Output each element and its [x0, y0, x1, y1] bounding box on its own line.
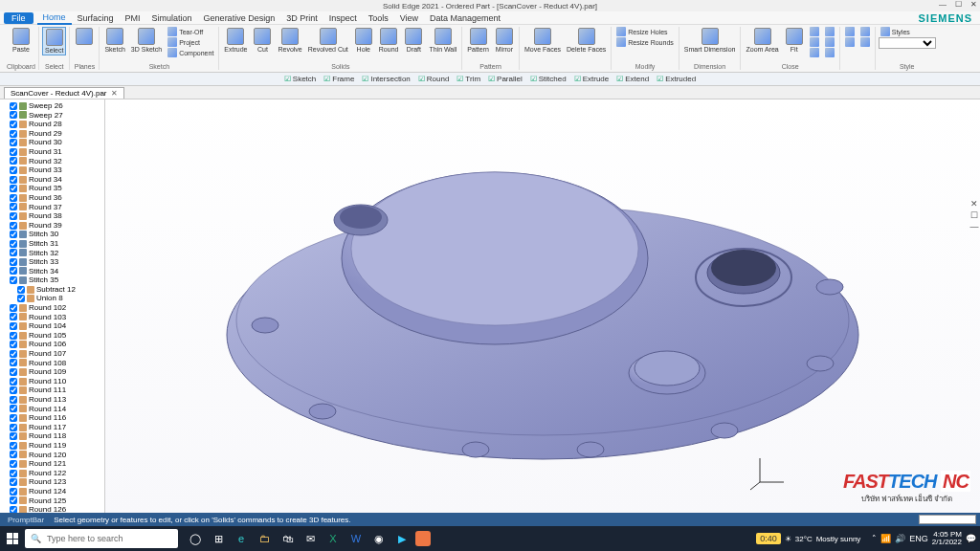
- doc-tab[interactable]: ScanCover - Reduct 4V).par ✕: [4, 87, 124, 99]
- resizerounds-button[interactable]: Resize Rounds: [614, 37, 675, 47]
- taskbar-clock[interactable]: 4:05 PM 2/1/2022: [932, 531, 962, 546]
- tree-item[interactable]: Round 118: [2, 431, 102, 441]
- cortana-icon[interactable]: ◯: [186, 529, 205, 548]
- tree-item[interactable]: Subtract 12: [2, 285, 102, 295]
- start-button[interactable]: [0, 526, 25, 551]
- maximize-button[interactable]: ☐: [953, 0, 963, 9]
- excel-icon[interactable]: X: [323, 529, 343, 548]
- tree-item[interactable]: Stitch 32: [2, 249, 102, 258]
- component-button[interactable]: Component: [166, 48, 215, 57]
- tree-item[interactable]: Round 29: [2, 129, 102, 139]
- tree-item[interactable]: Round 31: [2, 147, 102, 157]
- tree-item[interactable]: Sweep 26: [2, 101, 102, 111]
- tree-item[interactable]: Stitch 35: [2, 276, 102, 285]
- tree-item[interactable]: Round 109: [2, 367, 102, 377]
- cut-button[interactable]: Cut: [251, 27, 274, 54]
- tree-item[interactable]: Round 113: [2, 395, 102, 405]
- filter-trim[interactable]: Trim: [457, 75, 480, 83]
- taskbar-search[interactable]: 🔍 Type here to search: [25, 529, 178, 548]
- tab-home[interactable]: Home: [37, 11, 72, 25]
- tab-generative[interactable]: Generative Design: [198, 12, 281, 24]
- tree-item[interactable]: Round 116: [2, 413, 102, 423]
- zoomarea-button[interactable]: Zoom Area: [744, 27, 780, 54]
- file-menu[interactable]: File: [4, 12, 33, 24]
- tree-item[interactable]: Round 28: [2, 120, 102, 129]
- tree-item[interactable]: Round 114: [2, 405, 102, 414]
- tray-network-icon[interactable]: 📶: [880, 534, 891, 543]
- revolve-button[interactable]: Revolve: [276, 27, 303, 54]
- tearoff-button[interactable]: Tear-Off: [166, 27, 215, 36]
- tree-item[interactable]: Sweep 27: [2, 111, 102, 121]
- part-model[interactable]: [208, 134, 878, 478]
- filter-parallel[interactable]: Parallel: [488, 75, 523, 83]
- tree-item[interactable]: Round 37: [2, 203, 102, 212]
- tree-item[interactable]: Round 30: [2, 138, 102, 147]
- tree-item[interactable]: Round 108: [2, 359, 102, 368]
- app-icon[interactable]: [415, 531, 431, 546]
- draft-button[interactable]: Draft: [402, 27, 425, 54]
- tab-3dprint[interactable]: 3D Print: [280, 12, 323, 24]
- sketch3d-button[interactable]: 3D Sketch: [129, 27, 164, 54]
- command-input[interactable]: [919, 515, 976, 524]
- filter-stitched[interactable]: Stitched: [530, 75, 567, 83]
- tab-simulation[interactable]: Simulation: [146, 12, 198, 24]
- tab-surfacing[interactable]: Surfacing: [72, 12, 120, 24]
- fit-button[interactable]: Fit: [783, 27, 806, 54]
- tree-item[interactable]: Round 124: [2, 487, 102, 496]
- select-button[interactable]: Select: [42, 27, 66, 55]
- solidedge-icon[interactable]: ▶: [392, 529, 412, 548]
- edge-icon[interactable]: e: [232, 529, 251, 548]
- tree-item[interactable]: Round 105: [2, 331, 102, 341]
- tab-inspect[interactable]: Inspect: [323, 12, 363, 24]
- tab-pmi[interactable]: PMI: [120, 12, 146, 24]
- doc-tab-close[interactable]: ✕: [111, 89, 118, 98]
- hole-button[interactable]: Hole: [352, 27, 375, 54]
- tray-volume-icon[interactable]: 🔊: [895, 534, 905, 543]
- tree-item[interactable]: Round 106: [2, 340, 102, 349]
- tree-item[interactable]: Round 122: [2, 469, 102, 478]
- tree-item[interactable]: Round 33: [2, 165, 102, 175]
- tree-item[interactable]: Round 36: [2, 193, 102, 203]
- style-select[interactable]: [879, 37, 936, 49]
- tree-item[interactable]: Round 38: [2, 211, 102, 221]
- chrome-icon[interactable]: ◉: [369, 529, 389, 548]
- taskview-icon[interactable]: ⊞: [209, 529, 228, 548]
- tree-item[interactable]: Stitch 31: [2, 239, 102, 249]
- viewport-3d[interactable]: FASTTECH NC บริษัท ฟาสท์เทค เอ็นซี จำกัด: [105, 99, 980, 513]
- mini-max-icon[interactable]: ☐: [969, 210, 980, 220]
- filter-extrude[interactable]: Extrude: [574, 75, 610, 83]
- tree-item[interactable]: Stitch 34: [2, 267, 102, 276]
- resizeholes-button[interactable]: Resize Holes: [614, 27, 675, 36]
- pattern-button[interactable]: Pattern: [465, 27, 491, 54]
- filter-extruded[interactable]: Extruded: [657, 75, 696, 83]
- tray-up-icon[interactable]: ˄: [872, 534, 877, 543]
- store-icon[interactable]: 🛍: [278, 529, 297, 548]
- tree-item[interactable]: Union 8: [2, 294, 102, 303]
- mini-min-icon[interactable]: —: [969, 222, 980, 231]
- round-button[interactable]: Round: [377, 27, 401, 54]
- tree-item[interactable]: Round 107: [2, 349, 102, 359]
- deletefaces-button[interactable]: Delete Faces: [565, 27, 608, 54]
- mail-icon[interactable]: ✉: [301, 529, 320, 548]
- tree-item[interactable]: Round 32: [2, 157, 102, 166]
- revolvedcut-button[interactable]: Revolved Cut: [306, 27, 350, 54]
- styles-button[interactable]: Styles: [879, 27, 936, 36]
- tree-item[interactable]: Round 117: [2, 423, 102, 432]
- tree-item[interactable]: Round 39: [2, 221, 102, 231]
- notification-icon[interactable]: 💬: [966, 534, 976, 543]
- tree-item[interactable]: Round 126: [2, 505, 102, 513]
- tree-item[interactable]: Round 120: [2, 451, 102, 460]
- tree-item[interactable]: Round 103: [2, 313, 102, 322]
- tab-view[interactable]: View: [394, 12, 424, 24]
- minimize-button[interactable]: —: [938, 0, 947, 9]
- extrude-button[interactable]: Extrude: [222, 27, 249, 54]
- thinwall-button[interactable]: Thin Wall: [427, 27, 458, 54]
- movefaces-button[interactable]: Move Faces: [523, 27, 563, 54]
- tree-item[interactable]: Round 35: [2, 184, 102, 193]
- tree-item[interactable]: Round 125: [2, 496, 102, 506]
- explorer-icon[interactable]: 🗀: [255, 529, 274, 548]
- weather-widget[interactable]: ☀ 32°C Mostly sunny: [785, 535, 861, 543]
- tree-item[interactable]: Round 111: [2, 386, 102, 395]
- recording-badge[interactable]: 0:40: [756, 533, 781, 544]
- tree-item[interactable]: Round 34: [2, 175, 102, 185]
